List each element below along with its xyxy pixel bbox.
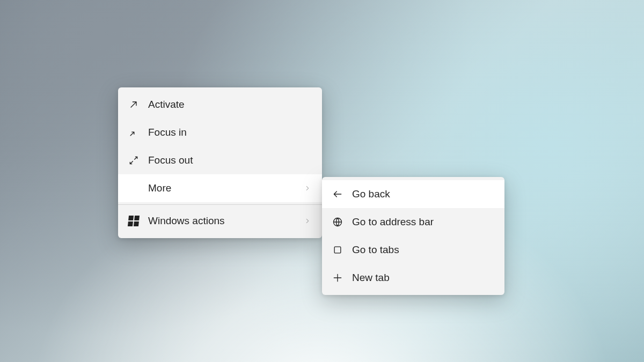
- menu-item-label: Windows actions: [148, 215, 294, 227]
- submenu-item-go-back[interactable]: Go back: [322, 180, 504, 208]
- context-submenu-more: Go back Go to address bar Go to tabs New…: [322, 177, 504, 295]
- chevron-right-icon: [303, 216, 312, 226]
- menu-item-focus-out[interactable]: Focus out: [118, 146, 322, 174]
- focus-out-icon: [128, 154, 140, 166]
- plus-icon: [332, 272, 343, 284]
- context-menu: Activate Focus in Focus out More Windows…: [118, 87, 322, 238]
- menu-item-label: Focus in: [148, 127, 312, 138]
- blank-icon: [128, 182, 140, 194]
- menu-item-label: New tab: [352, 272, 495, 284]
- menu-item-focus-in[interactable]: Focus in: [118, 119, 322, 146]
- menu-item-more[interactable]: More: [118, 174, 322, 202]
- menu-separator: [118, 204, 322, 205]
- focus-in-icon: [128, 127, 140, 138]
- windows-logo-icon: [128, 215, 140, 227]
- globe-icon: [332, 216, 343, 228]
- menu-item-label: Activate: [148, 99, 312, 110]
- menu-item-label: Go to tabs: [352, 244, 495, 256]
- menu-item-label: More: [148, 182, 294, 194]
- arrow-left-icon: [332, 188, 343, 200]
- menu-item-activate[interactable]: Activate: [118, 91, 322, 119]
- svg-rect-1: [334, 247, 341, 253]
- submenu-item-go-address-bar[interactable]: Go to address bar: [322, 208, 504, 236]
- tab-icon: [332, 244, 343, 256]
- arrow-up-right-icon: [128, 99, 140, 110]
- menu-item-windows-actions[interactable]: Windows actions: [118, 207, 322, 235]
- menu-item-label: Go back: [352, 188, 495, 200]
- menu-item-label: Focus out: [148, 154, 312, 166]
- submenu-item-new-tab[interactable]: New tab: [322, 264, 504, 292]
- menu-item-label: Go to address bar: [352, 216, 495, 228]
- submenu-item-go-tabs[interactable]: Go to tabs: [322, 236, 504, 264]
- chevron-right-icon: [303, 183, 312, 193]
